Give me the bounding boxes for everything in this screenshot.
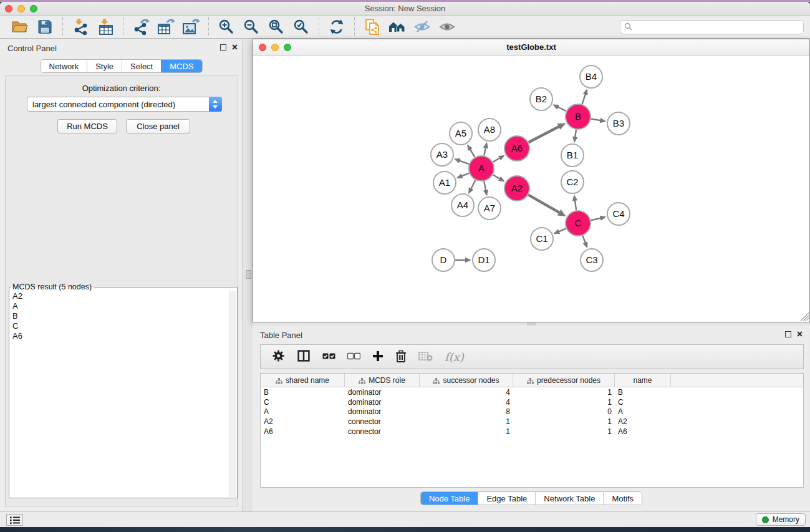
zoom-selected-icon[interactable] — [289, 17, 314, 37]
graph-edge[interactable] — [591, 218, 601, 220]
graph-edge[interactable] — [493, 158, 501, 162]
tab-select[interactable]: Select — [122, 60, 161, 72]
mcds-result-item[interactable]: A6 — [10, 331, 229, 341]
graph-edge[interactable] — [529, 126, 560, 142]
network-canvas[interactable]: B4B2BB3A8A5A6A3B1AC2A1A2A4A7C4CC1DC3D1 — [253, 56, 809, 322]
import-table-icon[interactable] — [93, 17, 118, 37]
tab-node-table[interactable]: Node Table — [421, 492, 478, 505]
float-panel-icon[interactable] — [220, 44, 226, 51]
graph-node-D[interactable]: D — [432, 249, 455, 271]
column-header-name[interactable]: name — [615, 374, 671, 387]
graph-node-B4[interactable]: B4 — [580, 65, 602, 88]
export-table-icon[interactable] — [153, 17, 178, 37]
column-header-successor-nodes[interactable]: successor nodes — [420, 374, 513, 387]
graph-node-B2[interactable]: B2 — [530, 88, 552, 110]
graph-edge[interactable] — [582, 94, 586, 104]
table-row[interactable]: Cdominator41C — [261, 397, 803, 407]
mcds-result-item[interactable]: A2 — [10, 291, 229, 301]
graph-edge[interactable] — [575, 130, 576, 138]
add-column-icon[interactable] — [372, 351, 383, 364]
graph-node-C2[interactable]: C2 — [561, 171, 584, 193]
zoom-fit-icon[interactable] — [264, 17, 289, 37]
run-mcds-button[interactable]: Run MCDS — [57, 119, 117, 133]
mcds-result-item[interactable]: C — [10, 321, 229, 331]
select-all-checkboxes-icon[interactable] — [322, 352, 335, 362]
memory-button[interactable]: Memory — [756, 513, 806, 526]
tab-network-table[interactable]: Network Table — [535, 492, 603, 505]
graph-node-A7[interactable]: A7 — [478, 197, 501, 220]
graph-node-B1[interactable]: B1 — [561, 144, 584, 167]
graph-node-B[interactable]: B — [566, 104, 591, 129]
graph-edge[interactable] — [458, 160, 469, 164]
deselect-all-checkboxes-icon[interactable] — [347, 352, 360, 362]
graph-edge[interactable] — [461, 173, 469, 177]
mcds-result-item[interactable]: A — [10, 301, 229, 311]
tab-style[interactable]: Style — [87, 60, 122, 72]
first-neighbors-icon[interactable] — [385, 17, 410, 37]
refresh-icon[interactable] — [324, 17, 349, 37]
mcds-result-scrollbar[interactable] — [229, 291, 236, 497]
graph-node-C3[interactable]: C3 — [581, 249, 603, 271]
hide-selected-icon[interactable] — [410, 17, 435, 37]
search-input[interactable] — [632, 22, 803, 33]
close-panel-button[interactable]: Close panel — [126, 119, 190, 133]
zoom-out-icon[interactable] — [239, 17, 264, 37]
graph-node-C4[interactable]: C4 — [607, 203, 630, 225]
graph-node-A2[interactable]: A2 — [504, 176, 529, 201]
graph-node-A5[interactable]: A5 — [450, 122, 472, 145]
graph-node-A1[interactable]: A1 — [433, 172, 456, 194]
float-table-panel-icon[interactable] — [785, 331, 791, 337]
graph-edge[interactable] — [591, 119, 602, 121]
mcds-result-item[interactable]: B — [10, 311, 229, 321]
graph-edge[interactable] — [528, 195, 560, 213]
graph-edge[interactable] — [582, 236, 586, 244]
graph-edge[interactable] — [484, 181, 486, 191]
divider-handle[interactable] — [246, 270, 251, 279]
table-row[interactable]: Bdominator41B — [261, 387, 803, 397]
graph-edge[interactable] — [493, 175, 501, 179]
column-header-shared-name[interactable]: shared name — [261, 374, 345, 387]
graph-node-C1[interactable]: C1 — [531, 228, 553, 250]
graph-node-B3[interactable]: B3 — [607, 112, 630, 135]
task-history-button[interactable] — [6, 514, 23, 526]
table-row[interactable]: A2connector11A2 — [261, 417, 803, 427]
save-session-icon[interactable] — [32, 17, 57, 37]
export-network-icon[interactable] — [128, 17, 153, 37]
graph-edge[interactable] — [471, 180, 476, 190]
graph-node-A[interactable]: A — [469, 156, 494, 181]
graph-node-A3[interactable]: A3 — [431, 143, 453, 166]
graph-edge[interactable] — [575, 200, 576, 210]
tab-edge-table[interactable]: Edge Table — [478, 492, 535, 505]
graph-node-A8[interactable]: A8 — [478, 118, 501, 141]
graph-node-A6[interactable]: A6 — [504, 136, 529, 161]
window-resize-grip[interactable] — [800, 312, 809, 321]
graph-edge[interactable] — [484, 147, 486, 155]
export-image-icon[interactable] — [178, 17, 203, 37]
zoom-in-icon[interactable] — [214, 17, 239, 37]
close-panel-icon[interactable]: × — [232, 44, 238, 51]
delete-column-icon[interactable] — [395, 350, 407, 364]
graph-node-C[interactable]: C — [566, 211, 591, 236]
open-session-icon[interactable] — [7, 17, 32, 37]
tab-mcds[interactable]: MCDS — [161, 60, 201, 72]
column-settings-icon[interactable] — [272, 349, 285, 364]
graph-edge[interactable] — [558, 228, 566, 232]
search-field[interactable] — [620, 20, 804, 34]
network-window-titlebar[interactable]: testGlobe.txt — [253, 39, 809, 56]
column-header-MCDS-role[interactable]: MCDS role — [345, 374, 420, 387]
graph-node-A4[interactable]: A4 — [451, 194, 474, 216]
tab-motifs[interactable]: Motifs — [603, 492, 642, 505]
show-columns-icon[interactable] — [297, 349, 311, 364]
close-table-panel-icon[interactable]: × — [797, 331, 803, 337]
graph-edge[interactable] — [557, 107, 566, 111]
new-network-from-selection-icon[interactable] — [360, 17, 385, 37]
show-all-icon[interactable] — [435, 17, 460, 37]
criterion-dropdown[interactable]: largest connected component (directed) — [27, 97, 222, 112]
table-row[interactable]: Adominator80A — [261, 407, 803, 417]
graph-edge[interactable] — [470, 148, 475, 157]
tab-network[interactable]: Network — [41, 60, 87, 72]
table-row[interactable]: A6connector11A6 — [261, 427, 803, 437]
import-network-icon[interactable] — [68, 17, 93, 37]
graph-node-D1[interactable]: D1 — [473, 249, 495, 271]
column-header-predecessor-nodes[interactable]: predecessor nodes — [513, 374, 615, 387]
